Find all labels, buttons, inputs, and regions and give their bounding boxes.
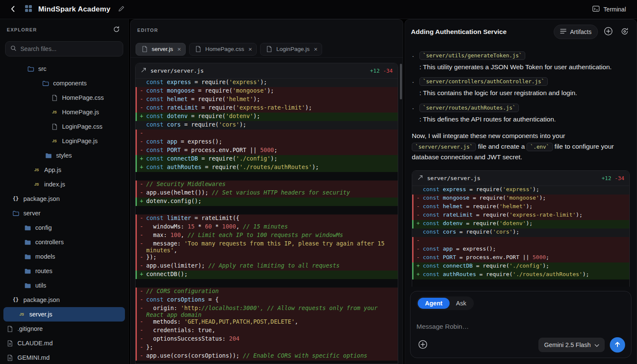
tree-item-gemini-md[interactable]: GEMINI.md [3,350,125,364]
refresh-icon [113,26,120,34]
tree-item-homepage-css[interactable]: HomePage.css [3,90,125,105]
tree-item-label: config [35,224,52,231]
code-line: -// Security Middlewares [136,181,398,189]
code-text: app.use(cors(corsOptions)); // Enable CO… [146,352,398,361]
diff-marker: - [137,327,146,335]
tree-item-label: LoginPage.css [62,123,102,130]
inline-code-chip: `server/server.js` [412,143,476,151]
tree-item-utils[interactable]: utils [3,278,125,293]
diff-marker: - [137,181,146,189]
refresh-button[interactable] [111,24,122,36]
tree-item-package-json[interactable]: {}package.json [3,192,125,206]
code-text: }; [146,344,398,352]
code-line: -const mongoose = require('mongoose'); [412,195,629,203]
tree-item-package-json[interactable]: {}package.json [3,293,125,307]
file-icon [50,95,59,101]
tree-item-loginpage-js[interactable]: JSLoginPage.js [3,134,125,148]
assistant-panel: Adding Authentication Service Artifacts … [405,19,637,364]
mode-switcher: Agent Ask [416,296,474,310]
diff-marker: + [137,198,146,206]
sync-icon [620,27,629,37]
tree-item-index-js[interactable]: JSindex.js [3,177,125,192]
code-line: -const corsOptions = { [136,296,398,305]
search-box[interactable] [5,41,123,56]
send-button[interactable] [610,337,625,353]
tree-item-label: controllers [35,239,64,245]
diff-filename: server/server.js [150,68,204,74]
code-line: +const dotenv = require('dotenv'); [136,113,398,121]
tree-item-loginpage-css[interactable]: LoginPage.css [3,119,125,134]
tree-item-label: LoginPage.js [62,138,98,144]
js-icon: JS [32,182,41,187]
tree-item-config[interactable]: config [3,220,125,235]
code-text: max: 100, // Limit each IP to 100 reques… [146,231,398,240]
file-icon [6,326,14,332]
diff-marker: - [413,203,423,212]
code-line: -}; [136,344,398,352]
js-icon: JS [32,168,41,172]
code-text: const authRoutes = require('./routes/aut… [146,164,398,172]
new-chat-button[interactable] [602,25,614,39]
chat-diff-card: server/server.js +12 -34 const express =… [412,170,630,287]
search-input[interactable] [20,45,118,52]
diff-marker: - [137,335,146,344]
model-label: Gemini 2.5 Flash [544,341,591,348]
inline-code-chip: `server/routes/authRoutes.js` [419,104,519,112]
code-line [136,206,398,214]
close-icon[interactable]: × [177,46,181,52]
close-icon[interactable]: × [314,46,317,52]
agent-tab[interactable]: Agent [418,298,450,309]
diff-marker: - [137,138,146,147]
close-icon[interactable]: × [249,46,252,52]
bullet-dot: · [412,77,415,98]
attach-button[interactable] [416,338,429,352]
code-line: - methods: 'GET,HEAD,PUT,PATCH,POST,DELE… [136,318,398,327]
explorer-header: EXPLORER [7,27,37,32]
tree-item-models[interactable]: models [3,249,125,264]
ask-tab[interactable]: Ask [450,298,473,309]
diff-marker: - [137,223,146,231]
tab-server-js[interactable]: server.js× [136,43,186,56]
code-line: -const helmet = require('helmet'); [412,203,629,212]
folder-open-icon [26,66,35,72]
code-line: +const connectDB = require('./config'); [136,155,398,164]
bullet-item: ·`server/controllers/authController.js`:… [412,77,630,98]
tree-item-routes[interactable]: routes [3,264,125,278]
tree-item-server-js[interactable]: JSserver.js [3,307,125,322]
explorer-sidebar: EXPLORER srccomponentsHomePage.cssJSHome… [0,19,129,364]
diff-removed-count: -34 [614,175,624,181]
diff-marker: - [137,318,146,327]
sync-settings-button[interactable] [619,25,631,39]
tab-homepage-css[interactable]: HomePage.css× [189,43,257,56]
tab-label: LoginPage.js [276,46,309,52]
tree-item-homepage-js[interactable]: JSHomePage.js [3,105,125,119]
back-button[interactable] [8,3,19,16]
terminal-label: Terminal [603,6,626,13]
code-text: origin: 'http://localhost:3000', // Allo… [146,305,398,318]
tree-item-label: CLAUDE.md [17,340,53,347]
diff-marker: - [137,288,146,296]
tab-loginpage-js[interactable]: LoginPage.js× [260,43,322,56]
tree-item-claude-md[interactable]: CLAUDE.md [3,336,125,350]
editor-scrollbar[interactable] [400,64,402,99]
tree-item-components[interactable]: components [3,76,125,90]
diff-added-count: +12 [370,68,380,74]
code-line: - max: 100, // Limit each IP to 100 requ… [136,231,398,240]
code-text: credentials: true, [146,327,398,335]
message-input[interactable] [416,316,625,337]
code-line: -const mongoose = require('mongoose'); [136,87,398,96]
tree-item-controllers[interactable]: controllers [3,235,125,249]
terminal-button[interactable]: Terminal [589,3,629,16]
code-text: const connectDB = require('./config'); [146,155,398,164]
code-text: const dotenv = require('dotenv'); [423,220,629,229]
model-selector[interactable]: Gemini 2.5 Flash [538,338,605,352]
tree-item-server[interactable]: server [3,206,125,220]
edit-title-button[interactable] [116,4,126,15]
tree-item-app-js[interactable]: JSApp.js [3,163,125,177]
artifacts-button[interactable]: Artifacts [554,25,598,39]
tree-item-styles[interactable]: styles [3,148,125,163]
diff-marker [137,79,146,87]
diff-marker [413,279,423,287]
tree-item--gitignore[interactable]: .gitignore [3,322,125,336]
tree-item-src[interactable]: src [3,62,125,76]
